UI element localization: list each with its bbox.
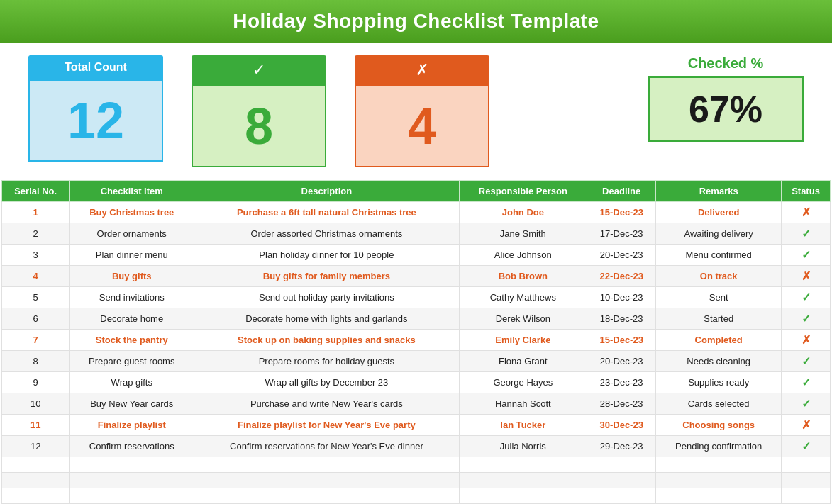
table-header-row: Serial No. Checklist Item Description Re… — [2, 181, 831, 202]
table-row: 8 Prepare guest rooms Prepare rooms for … — [2, 351, 831, 372]
cell-status: ✗ — [782, 202, 831, 223]
checklist-table-container: Serial No. Checklist Item Description Re… — [0, 180, 832, 504]
cell-item: Buy Christmas tree — [70, 202, 194, 223]
table-row: 12 Confirm reservations Confirm reservat… — [2, 436, 831, 457]
page-title: Holiday Shopping Checklist Template — [0, 0, 832, 43]
cell-person: Jane Smith — [459, 223, 587, 245]
cell-item: Stock the pantry — [70, 330, 194, 351]
cell-person: Alice Johnson — [459, 245, 587, 266]
cell-item: Plan dinner menu — [70, 245, 194, 266]
checked-pct-box: Checked % 67% — [648, 55, 804, 142]
cell-serial: 10 — [2, 393, 70, 415]
cell-deadline: 18-Dec-23 — [587, 308, 656, 330]
cell-item: Buy New Year cards — [70, 393, 194, 415]
cell-description: Finalize playlist for New Year's Eve par… — [194, 415, 460, 436]
status-check-icon: ✓ — [802, 398, 811, 410]
cell-deadline: 30-Dec-23 — [587, 415, 656, 436]
cell-person: Hannah Scott — [459, 393, 587, 415]
cell-item: Prepare guest rooms — [70, 351, 194, 372]
cell-person: Fiona Grant — [459, 351, 587, 372]
cell-description: Buy gifts for family members — [194, 266, 460, 287]
cell-status: ✓ — [782, 436, 831, 457]
checked-box: ✓ 8 — [192, 55, 326, 167]
cell-status: ✓ — [782, 245, 831, 266]
col-remarks: Remarks — [656, 181, 782, 202]
cell-status: ✓ — [782, 393, 831, 415]
stats-row: Total Count 12 ✓ 8 ✗ 4 Checked % 67% — [0, 43, 832, 180]
cell-remarks: Supplies ready — [656, 372, 782, 393]
cell-deadline: 15-Dec-23 — [587, 330, 656, 351]
cell-description: Order assorted Christmas ornaments — [194, 223, 460, 245]
cell-item: Decorate home — [70, 308, 194, 330]
unchecked-value: 4 — [408, 98, 436, 155]
cell-deadline: 20-Dec-23 — [587, 245, 656, 266]
total-count-box: Total Count 12 — [28, 55, 163, 162]
cell-item: Buy gifts — [70, 266, 194, 287]
cell-deadline: 23-Dec-23 — [587, 372, 656, 393]
table-row: 7 Stock the pantry Stock up on baking su… — [2, 330, 831, 351]
cell-description: Wrap all gifts by December 23 — [194, 372, 460, 393]
empty-row — [2, 488, 831, 504]
empty-row — [2, 457, 831, 473]
cell-person: Emily Clarke — [459, 330, 587, 351]
cell-serial: 11 — [2, 415, 70, 436]
check-icon: ✓ — [192, 55, 326, 85]
status-check-icon: ✓ — [802, 376, 811, 388]
table-row: 9 Wrap gifts Wrap all gifts by December … — [2, 372, 831, 393]
cell-remarks: Started — [656, 308, 782, 330]
cell-remarks: Awaiting delivery — [656, 223, 782, 245]
cell-item: Send invitations — [70, 287, 194, 308]
cell-person: Julia Norris — [459, 436, 587, 457]
cell-deadline: 10-Dec-23 — [587, 287, 656, 308]
unchecked-value-box: 4 — [355, 85, 489, 167]
cell-person: Bob Brown — [459, 266, 587, 287]
cell-description: Confirm reservations for New Year's Eve … — [194, 436, 460, 457]
cell-item: Wrap gifts — [70, 372, 194, 393]
total-count-value: 12 — [67, 92, 124, 149]
col-person: Responsible Person — [459, 181, 587, 202]
checked-pct-value: 67% — [689, 89, 762, 130]
col-serial: Serial No. — [2, 181, 70, 202]
cell-remarks: Completed — [656, 330, 782, 351]
cell-serial: 5 — [2, 287, 70, 308]
cell-status: ✗ — [782, 330, 831, 351]
status-check-icon: ✓ — [802, 313, 811, 325]
cell-deadline: 20-Dec-23 — [587, 351, 656, 372]
x-icon: ✗ — [355, 55, 489, 85]
cell-status: ✓ — [782, 351, 831, 372]
checked-value: 8 — [245, 98, 273, 155]
cell-status: ✓ — [782, 287, 831, 308]
cell-person: Ian Tucker — [459, 415, 587, 436]
status-x-icon: ✗ — [802, 334, 811, 346]
cell-description: Stock up on baking supplies and snacks — [194, 330, 460, 351]
cell-remarks: Sent — [656, 287, 782, 308]
checklist-table: Serial No. Checklist Item Description Re… — [1, 180, 831, 504]
col-deadline: Deadline — [587, 181, 656, 202]
total-count-label: Total Count — [28, 55, 163, 79]
checked-pct-label: Checked % — [688, 55, 764, 72]
cell-serial: 8 — [2, 351, 70, 372]
cell-serial: 1 — [2, 202, 70, 223]
cell-remarks: On track — [656, 266, 782, 287]
total-count-value-box: 12 — [28, 79, 163, 162]
cell-serial: 9 — [2, 372, 70, 393]
cell-description: Purchase a 6ft tall natural Christmas tr… — [194, 202, 460, 223]
cell-remarks: Menu confirmed — [656, 245, 782, 266]
cell-remarks: Needs cleaning — [656, 351, 782, 372]
cell-status: ✓ — [782, 372, 831, 393]
checked-value-box: 8 — [192, 85, 326, 167]
status-check-icon: ✓ — [802, 228, 811, 240]
status-check-icon: ✓ — [802, 291, 811, 303]
cell-person: John Doe — [459, 202, 587, 223]
cell-description: Plan holiday dinner for 10 people — [194, 245, 460, 266]
cell-description: Send out holiday party invitations — [194, 287, 460, 308]
cell-remarks: Pending confirmation — [656, 436, 782, 457]
status-x-icon: ✗ — [802, 206, 811, 218]
cell-serial: 2 — [2, 223, 70, 245]
cell-deadline: 29-Dec-23 — [587, 436, 656, 457]
cell-deadline: 28-Dec-23 — [587, 393, 656, 415]
cell-status: ✗ — [782, 415, 831, 436]
status-check-icon: ✓ — [802, 355, 811, 367]
empty-row — [2, 473, 831, 488]
cell-description: Decorate home with lights and garlands — [194, 308, 460, 330]
